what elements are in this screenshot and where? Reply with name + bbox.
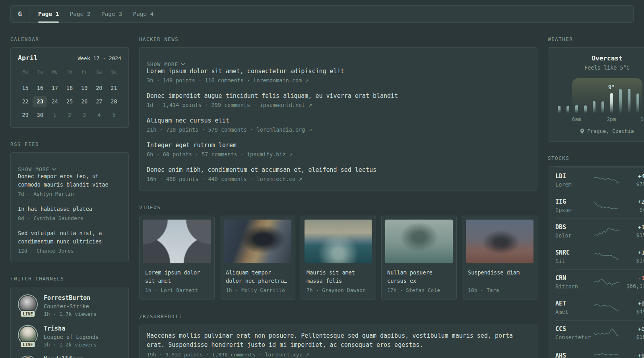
hn-item-title[interactable]: Donec enim nibh, condimentum et accumsan… xyxy=(147,166,530,174)
stock-symbol: CCS xyxy=(555,325,594,333)
calendar-day: 4 xyxy=(92,109,107,121)
stock-symbol: SNRC xyxy=(555,249,594,256)
hn-item-domain[interactable]: ipsumworld.net xyxy=(260,102,305,108)
stock-change: +2.84% xyxy=(619,198,644,205)
video-title[interactable]: Mauris sit amet massa felis xyxy=(306,268,370,285)
stock-name: Dolor xyxy=(555,232,594,239)
hn-item: Donec enim nibh, condimentum et accumsan… xyxy=(147,166,530,183)
hn-show-more-button[interactable]: SHOW MORE xyxy=(147,61,530,67)
channel-avatar[interactable] xyxy=(18,356,38,358)
calendar-day: 27 xyxy=(92,96,107,107)
video-title[interactable]: Lorem ipsum dolor sit amet consectetu… xyxy=(145,268,209,285)
hn-item-domain[interactable]: ipsumify.biz xyxy=(247,151,286,158)
calendar-dow: Mo xyxy=(18,67,33,77)
subreddit-post-domain[interactable]: loremnet.xyz xyxy=(265,352,302,358)
video-title[interactable]: Nullam posuere cursus ex xyxy=(387,268,451,285)
video-thumbnail[interactable] xyxy=(466,220,533,263)
stock-change: +1.42% xyxy=(619,224,644,230)
stock-name: Amet xyxy=(555,309,594,315)
channel-name[interactable]: KendallCarr xyxy=(44,356,83,358)
external-link-icon: ↗ xyxy=(299,177,303,182)
stock-row[interactable]: CRN Bitcorn -1.00% $66,171.48 xyxy=(555,269,644,295)
hn-item-title[interactable]: Aliquam nec cursus elit xyxy=(147,117,530,125)
stock-row[interactable]: DBS Dolor +1.42% $156.28 xyxy=(555,218,644,244)
weather-bar xyxy=(593,101,596,113)
live-badge: LIVE xyxy=(20,341,35,348)
page-tab[interactable]: Page 3 xyxy=(101,6,122,22)
location-pin-icon xyxy=(580,128,584,134)
calendar-dow: Su xyxy=(107,67,121,77)
calendar-dow: Fr xyxy=(77,67,92,77)
subreddit-post: Maecenas mollis pulvinar erat non posuer… xyxy=(147,331,530,358)
stock-price: $499.72 xyxy=(619,308,644,315)
stock-row[interactable]: IIG Ipsum +2.84% $42.04 xyxy=(555,193,644,218)
video-card: Suspendisse diam 18h · Tara xyxy=(462,216,537,300)
twitch-channel-row: LIVE KendallCarr xyxy=(18,356,121,358)
stock-sparkline xyxy=(594,226,619,237)
stock-symbol: IIG xyxy=(555,198,594,205)
videos-widget: VIDEOS Lorem ipsum dolor sit amet consec… xyxy=(139,204,537,300)
calendar-month: April xyxy=(18,54,38,62)
video-card: Lorem ipsum dolor sit amet consectetu… 1… xyxy=(139,216,215,300)
weather-chart: 9° xyxy=(558,77,644,113)
stock-change: +0.92% xyxy=(619,300,644,307)
app-logo[interactable]: G xyxy=(11,6,29,22)
stock-row[interactable]: AHS +0.46% xyxy=(555,346,644,358)
stock-price: $42.04 xyxy=(619,206,644,213)
video-title[interactable]: Suspendisse diam xyxy=(468,268,531,285)
channel-viewers: 1h · 1.7k viewers xyxy=(44,311,97,317)
stock-name: Consectetur xyxy=(555,334,594,340)
hn-item-domain[interactable]: loremtech.co xyxy=(256,176,295,182)
rss-item-title[interactable]: In hac habitasse platea xyxy=(18,205,121,213)
hn-item-domain[interactable]: loremdomain.com xyxy=(253,77,302,84)
external-link-icon: ↗ xyxy=(305,352,309,358)
calendar-dow: Tu xyxy=(33,67,47,77)
rss-item-meta: 7d · Ashlyn Martin xyxy=(18,190,121,198)
channel-name[interactable]: Trisha xyxy=(44,325,99,332)
hn-item-meta: 16h · 468 points · 440 comments · loremt… xyxy=(147,175,530,183)
weather-widget-title: WEATHER xyxy=(548,36,644,42)
weather-bar xyxy=(558,106,561,113)
stock-price: $148.64 xyxy=(619,257,644,264)
rss-item-title[interactable]: Sed volutpat nulla nisl, a condimentum n… xyxy=(18,229,121,246)
hackernews-card: SHOW MORE Lorem ipsum dolor sit amet, co… xyxy=(139,47,537,191)
video-title[interactable]: Aliquam tempor dolor nec pharetra… xyxy=(226,268,289,285)
page-tab[interactable]: Page 4 xyxy=(133,6,153,22)
hn-item-title[interactable]: Integer eget rutrum lorem xyxy=(147,141,530,150)
channel-name[interactable]: ForrestBurton xyxy=(44,294,97,302)
calendar-dow: Sa xyxy=(92,67,107,77)
calendar-week-year: Week 17 · 2024 xyxy=(78,55,121,61)
calendar-widget-title: CALENDAR xyxy=(10,36,129,42)
page-tab[interactable]: Page 2 xyxy=(70,6,90,22)
video-thumbnail[interactable] xyxy=(224,220,291,263)
hn-item: Aliquam nec cursus elit 21h · 710 points… xyxy=(147,117,530,134)
page-tab[interactable]: Page 1 xyxy=(38,6,59,22)
stock-change: +1.36% xyxy=(619,249,644,256)
video-thumbnail[interactable] xyxy=(143,220,211,263)
hn-item-title[interactable]: Donec imperdiet augue tincidunt felis al… xyxy=(147,92,530,100)
rss-item-title[interactable]: Donec tempor eros leo, ut commodo mauris… xyxy=(18,172,121,189)
video-thumbnail[interactable] xyxy=(305,220,372,263)
stock-row[interactable]: CCS Consectetur +0.51% $165.84 xyxy=(555,320,644,346)
right-column: WEATHER Overcast Feels like 5°C 9° 6am2p… xyxy=(548,23,644,358)
stock-row[interactable]: LDI Lorem +4.35% $795.18 xyxy=(555,167,644,193)
stock-row[interactable]: AET Amet +0.92% $499.72 xyxy=(555,295,644,320)
weather-bar xyxy=(610,93,613,113)
external-link-icon: ↗ xyxy=(289,152,293,158)
hn-item-domain[interactable]: loremlandia.org xyxy=(256,126,305,133)
subreddit-widget: /R/SUBREDDIT Maecenas mollis pulvinar er… xyxy=(139,313,537,358)
weather-bar xyxy=(575,105,578,113)
calendar-day: 29 xyxy=(18,109,33,121)
calendar-day: 23 xyxy=(33,96,47,107)
hn-item-title[interactable]: Lorem ipsum dolor sit amet, consectetur … xyxy=(147,67,530,76)
subreddit-post-title[interactable]: Maecenas mollis pulvinar erat non posuer… xyxy=(147,331,530,350)
rss-show-more-button[interactable]: SHOW MORE xyxy=(18,166,121,172)
weather-time-tick: 6am xyxy=(572,116,581,122)
weather-location: Prague, Czechia xyxy=(555,128,644,134)
calendar-dow: We xyxy=(47,67,62,77)
hackernews-widget: HACKER NEWS SHOW MORE Lorem ipsum dolor … xyxy=(139,36,537,191)
video-thumbnail[interactable] xyxy=(385,220,453,263)
stock-row[interactable]: SNRC Sit +1.36% $148.64 xyxy=(555,244,644,269)
calendar-day: 15 xyxy=(18,82,33,94)
nav-divider xyxy=(29,6,29,22)
